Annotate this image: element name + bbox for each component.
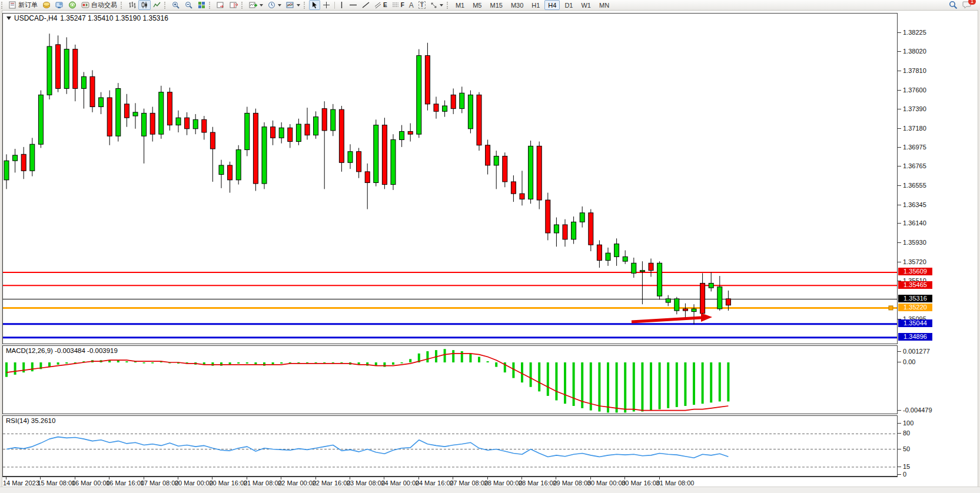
timeframes-menu-button[interactable] — [265, 0, 284, 10]
time-axis[interactable]: 14 Mar 202315 Mar 08:0016 Mar 00:0016 Ma… — [2, 477, 898, 487]
arrows-tool-button[interactable] — [428, 0, 446, 10]
macd-histogram-bar — [14, 362, 16, 375]
macd-pane-canvas[interactable] — [3, 346, 897, 414]
macd-histogram-bar — [495, 362, 497, 367]
zoom-out-button[interactable] — [182, 0, 195, 10]
timeframe-button-h4[interactable]: H4 — [544, 0, 560, 10]
auto-scroll-button[interactable] — [214, 0, 227, 10]
macd-histogram-bar — [5, 362, 8, 377]
autotrading-button[interactable]: 自动交易 — [79, 0, 119, 10]
channel-tool-button[interactable]: E — [372, 0, 390, 10]
timeframe-button-w1[interactable]: W1 — [577, 0, 594, 10]
macd-histogram-bar — [22, 362, 25, 372]
macd-histogram-bar — [667, 362, 669, 408]
crosshair-tool-button[interactable] — [320, 0, 333, 10]
templates-button[interactable] — [284, 0, 303, 10]
bar-chart-button[interactable] — [126, 0, 138, 10]
rsi-axis[interactable]: 1008050150 — [898, 415, 978, 477]
bear-candle — [185, 118, 190, 129]
time-axis-label: 22 Mar 00:00 — [278, 479, 316, 487]
toolbar-grip[interactable] — [447, 2, 450, 9]
bear-candle — [253, 113, 258, 184]
bear-candle — [288, 128, 293, 141]
bull-candle — [314, 117, 318, 135]
price-chart-pane[interactable] — [2, 13, 898, 344]
macd-indicator-pane[interactable] — [2, 345, 898, 414]
macd-histogram-bar — [211, 362, 214, 366]
rsi-tick-label: 100 — [903, 419, 913, 427]
bull-candle — [666, 299, 670, 302]
new-order-icon — [9, 1, 16, 9]
timeframe-button-m15[interactable]: M15 — [486, 0, 506, 10]
chart-window-button[interactable] — [53, 0, 66, 10]
orange-line-handle[interactable] — [889, 306, 893, 310]
symbol-dropdown-icon[interactable] — [6, 16, 11, 20]
trendline-icon — [362, 1, 370, 9]
chat-button[interactable]: 1 — [962, 1, 972, 10]
price-tick-mark — [898, 128, 901, 129]
time-axis-label: 24 Mar 00:00 — [381, 479, 419, 487]
timeframe-button-h1[interactable]: H1 — [528, 0, 543, 10]
toolbar-grip[interactable] — [121, 2, 124, 9]
toolbar-grip[interactable] — [304, 2, 307, 9]
time-axis-label: 20 Mar 16:00 — [209, 479, 247, 487]
trendline-tool-button[interactable] — [360, 0, 372, 10]
macd-histogram-bar — [125, 361, 128, 362]
macd-histogram-bar — [719, 362, 721, 401]
time-axis-label: 23 Mar 08:00 — [347, 479, 385, 487]
label-tool-letter: T — [418, 1, 426, 9]
fibonacci-tool-button[interactable]: F — [390, 0, 407, 10]
macd-axis[interactable]: 0.0012770.00-0.004479 — [898, 345, 978, 414]
zoom-in-button[interactable] — [170, 0, 182, 10]
candlestick-chart-button[interactable] — [138, 0, 151, 10]
toolbar-grip[interactable] — [1, 2, 5, 9]
price-tick-label: 1.36345 — [903, 201, 926, 208]
market-depth-button[interactable] — [40, 0, 53, 10]
rsi-indicator-pane[interactable] — [2, 415, 898, 477]
bull-candle — [580, 213, 584, 222]
search-icon[interactable] — [949, 1, 958, 9]
vertical-line-tool-button[interactable] — [337, 0, 347, 10]
text-tool-button[interactable]: A — [407, 0, 416, 10]
price-tick-label: 1.36555 — [903, 182, 926, 189]
autotrading-icon — [81, 1, 89, 9]
timeframe-button-m5[interactable]: M5 — [469, 0, 485, 10]
new-order-button[interactable]: 新订单 — [6, 0, 40, 10]
bull-candle — [391, 139, 396, 184]
macd-histogram-bar — [547, 362, 549, 396]
macd-histogram-bar — [641, 362, 643, 411]
bear-candle — [486, 145, 490, 165]
market-depth-icon — [42, 1, 51, 9]
bull-candle — [142, 113, 147, 136]
horizontal-line-tool-button[interactable] — [347, 0, 360, 10]
toolbar-grip[interactable] — [209, 2, 212, 9]
bull-candle — [554, 225, 559, 233]
bull-candle — [692, 309, 696, 312]
price-pane-canvas[interactable] — [3, 14, 897, 344]
bear-candle — [167, 92, 172, 125]
macd-histogram-bar — [633, 362, 635, 411]
timeframe-button-mn[interactable]: MN — [596, 0, 613, 10]
timeframe-button-m1[interactable]: M1 — [452, 0, 468, 10]
macd-tick-label: 0.00 — [903, 358, 915, 365]
main-toolbar: 新订单 自动交易 — [0, 0, 980, 11]
tile-windows-button[interactable] — [195, 0, 208, 10]
auto-scroll-icon — [217, 1, 225, 9]
chart-shift-button[interactable] — [227, 0, 240, 10]
cursor-tool-button[interactable] — [309, 0, 320, 10]
signals-button[interactable] — [66, 0, 79, 10]
toolbar-grip[interactable] — [241, 2, 245, 9]
macd-histogram-bar — [512, 362, 514, 378]
trend-arrow-annotation[interactable] — [632, 318, 701, 322]
timeframe-button-d1[interactable]: D1 — [561, 0, 576, 10]
price-tick-label: 1.36975 — [903, 144, 926, 151]
line-chart-button[interactable] — [151, 0, 163, 10]
new-chart-button[interactable] — [247, 0, 265, 10]
toolbar-grip[interactable] — [164, 2, 168, 9]
toolbar-right-group: 1 — [949, 1, 980, 10]
price-axis[interactable]: 1.382251.380201.378101.376001.373901.371… — [898, 13, 978, 344]
timeframe-button-m30[interactable]: M30 — [507, 0, 527, 10]
bull-candle — [116, 88, 121, 136]
rsi-pane-canvas[interactable] — [3, 416, 897, 476]
label-tool-button[interactable]: T — [416, 0, 428, 10]
